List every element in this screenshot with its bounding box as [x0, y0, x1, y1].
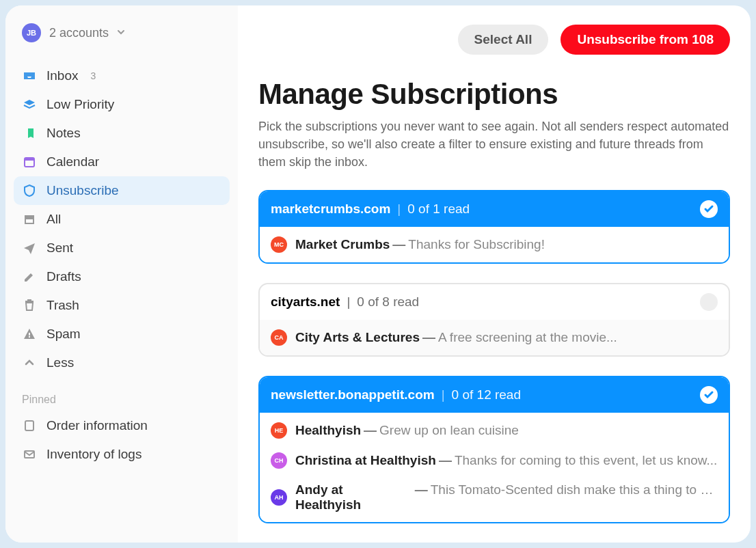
subscription-card[interactable]: cityarts.net|0 of 8 readCACity Arts & Le…: [258, 283, 730, 357]
message-row[interactable]: CACity Arts & Lectures — A free screenin…: [271, 323, 718, 353]
message-text: Christina at Healthyish — Thanks for com…: [295, 453, 718, 468]
subscription-read-status: 0 of 8 read: [357, 294, 419, 310]
sidebar-item-less[interactable]: Less: [14, 348, 230, 377]
sidebar-item-label: All: [46, 212, 61, 227]
sidebar-item-label: Inbox: [46, 68, 78, 83]
divider: |: [442, 387, 445, 402]
trash-icon: [22, 298, 37, 313]
message-subject: Thanks for Subscribing!: [408, 237, 545, 252]
chevron-down-icon: [117, 28, 125, 38]
subscription-messages: CACity Arts & Lectures — A free screenin…: [260, 320, 729, 355]
unsubscribe-button[interactable]: Unsubscribe from 108: [561, 25, 730, 55]
sidebar-item-calendar[interactable]: Calendar: [14, 148, 230, 176]
sidebar-item-label: Less: [46, 355, 74, 370]
message-text: Market Crumbs — Thanks for Subscribing!: [295, 237, 718, 252]
sender-avatar: CA: [271, 329, 287, 346]
svg-rect-1: [25, 158, 34, 161]
sidebar-item-label: Sent: [46, 241, 73, 256]
message-sender: City Arts & Lectures: [295, 330, 420, 345]
plane-icon: [22, 241, 37, 256]
sidebar-item-label: Drafts: [46, 269, 81, 284]
note-icon: [22, 126, 37, 141]
sender-avatar: AH: [271, 489, 287, 506]
sidebar-item-spam[interactable]: Spam: [14, 320, 230, 348]
subscription-domain: marketcrumbs.com: [271, 202, 390, 217]
warn-icon: [22, 327, 37, 342]
sidebar-item-order-info[interactable]: Order information: [14, 411, 230, 440]
subscription-header[interactable]: newsletter.bonappetit.com|0 of 12 read: [260, 377, 729, 413]
divider: |: [347, 294, 350, 310]
message-row[interactable]: CHChristina at Healthyish — Thanks for c…: [271, 446, 718, 476]
select-all-button[interactable]: Select All: [458, 25, 549, 55]
message-text: City Arts & Lectures — A free screening …: [295, 330, 718, 345]
calendar-icon: [22, 154, 37, 169]
sidebar-item-notes[interactable]: Notes: [14, 119, 230, 148]
subscription-domain: newsletter.bonappetit.com: [271, 387, 435, 402]
subscription-messages: MCMarket Crumbs — Thanks for Subscribing…: [260, 227, 729, 262]
sidebar-item-trash[interactable]: Trash: [14, 291, 230, 320]
tray-icon: [22, 68, 37, 83]
account-switcher[interactable]: JB 2 accounts: [14, 18, 230, 48]
separator: —: [415, 482, 428, 497]
subscription-card[interactable]: newsletter.bonappetit.com|0 of 12 readHE…: [258, 376, 730, 523]
separator: —: [392, 237, 405, 252]
separator: —: [422, 330, 435, 345]
message-row[interactable]: MCMarket Crumbs — Thanks for Subscribing…: [271, 230, 718, 260]
stack-icon: [22, 97, 37, 112]
svg-rect-2: [25, 215, 34, 218]
sender-avatar: CH: [271, 452, 287, 469]
message-subject: This Tomato-Scented dish make this a thi…: [431, 482, 718, 497]
sidebar-item-inbox[interactable]: Inbox3: [14, 61, 230, 90]
message-subject: A free screening at the movie...: [438, 330, 617, 345]
checkmark-icon[interactable]: [700, 200, 718, 218]
sidebar-item-low-priority[interactable]: Low Priority: [14, 90, 230, 119]
message-text: Healthyish — Grew up on lean cuisine: [295, 423, 718, 438]
sidebar-item-label: Order information: [46, 418, 148, 433]
page-title: Manage Subscriptions: [258, 78, 730, 111]
sidebar-item-inventory[interactable]: Inventory of logs: [14, 440, 230, 469]
message-sender: Market Crumbs: [295, 237, 390, 252]
checkmark-icon[interactable]: [700, 386, 718, 404]
mail-icon: [22, 447, 37, 462]
accounts-label: 2 accounts: [49, 26, 109, 40]
doc-icon: [22, 418, 37, 433]
sidebar-item-drafts[interactable]: Drafts: [14, 262, 230, 291]
message-sender: Andy at Healthyish: [295, 482, 412, 512]
sidebar-item-label: Unsubscribe: [46, 183, 119, 198]
sidebar-item-all[interactable]: All: [14, 205, 230, 234]
sidebar-item-sent[interactable]: Sent: [14, 234, 230, 262]
pinned-list: Order informationInventory of logs: [14, 411, 230, 469]
svg-rect-5: [29, 336, 30, 338]
subscription-header[interactable]: marketcrumbs.com|0 of 1 read: [260, 191, 729, 227]
sidebar-item-count: 3: [90, 70, 96, 81]
top-actions: Select All Unsubscribe from 108: [258, 25, 730, 55]
subscription-read-status: 0 of 1 read: [407, 202, 470, 217]
main-content: Select All Unsubscribe from 108 Manage S…: [238, 5, 751, 543]
archive-icon: [22, 212, 37, 227]
sidebar-item-unsubscribe[interactable]: Unsubscribe: [14, 176, 230, 205]
message-subject: Grew up on lean cuisine: [379, 423, 519, 438]
chevup-icon: [22, 355, 37, 370]
subscription-read-status: 0 of 12 read: [452, 387, 521, 402]
pinned-header: Pinned: [14, 377, 230, 411]
avatar: JB: [22, 23, 41, 42]
sidebar-item-label: Notes: [46, 126, 81, 141]
sender-avatar: HE: [271, 422, 287, 439]
subscription-card[interactable]: marketcrumbs.com|0 of 1 readMCMarket Cru…: [258, 190, 730, 264]
message-subject: Thanks for coming to this event, let us …: [455, 453, 717, 468]
sidebar-item-label: Inventory of logs: [46, 447, 141, 462]
subscription-header[interactable]: cityarts.net|0 of 8 read: [260, 284, 729, 320]
message-sender: Christina at Healthyish: [295, 453, 436, 468]
pencil-icon: [22, 269, 37, 284]
sidebar: JB 2 accounts Inbox3Low PriorityNotesCal…: [5, 5, 238, 543]
subscription-list: marketcrumbs.com|0 of 1 readMCMarket Cru…: [258, 190, 730, 523]
sidebar-item-label: Trash: [46, 298, 79, 313]
message-text: Andy at Healthyish — This Tomato-Scented…: [295, 482, 718, 512]
svg-rect-6: [25, 421, 33, 430]
message-row[interactable]: AHAndy at Healthyish — This Tomato-Scent…: [271, 476, 718, 519]
subscription-domain: cityarts.net: [271, 294, 340, 310]
message-sender: Healthyish: [295, 423, 361, 438]
unchecked-icon[interactable]: [700, 293, 718, 311]
separator: —: [439, 453, 452, 468]
message-row[interactable]: HEHealthyish — Grew up on lean cuisine: [271, 415, 718, 446]
